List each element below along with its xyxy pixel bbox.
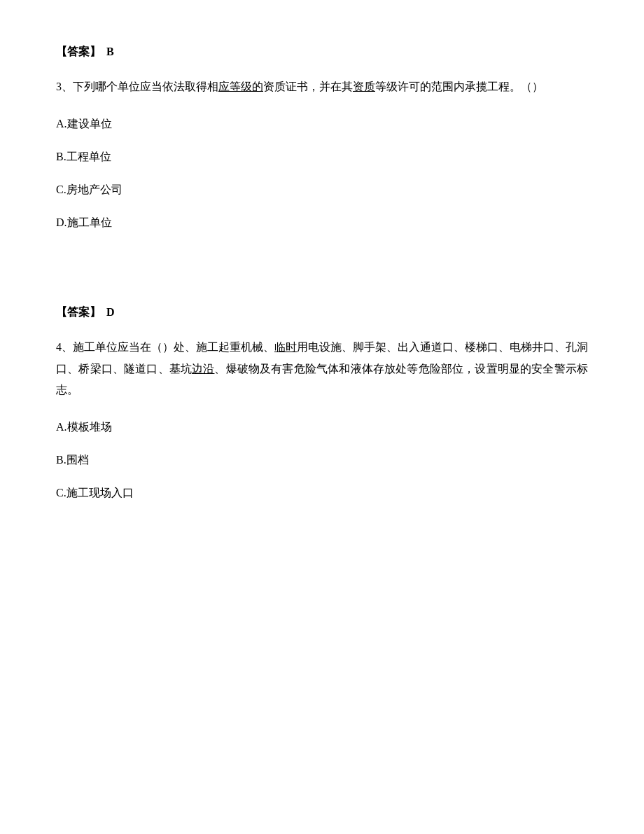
- option-b-2: B.围档: [56, 450, 588, 471]
- options-block-2: A.模板堆场 B.围档 C.施工现场入口: [56, 417, 588, 503]
- answer-block-2: 【答案】 D: [56, 303, 588, 323]
- answer-value-1: B: [106, 46, 114, 57]
- answer-block-1: 【答案】 B: [56, 42, 588, 62]
- section-1: 【答案】 B 3、下列哪个单位应当依法取得相应等级的资质证书，并在其资质等级许可…: [56, 42, 588, 232]
- underline-4: 边沿: [192, 363, 214, 375]
- option-c-1-label: C.房地产公司: [56, 183, 122, 195]
- option-d-1-label: D.施工单位: [56, 216, 112, 228]
- question-text-1: 3、下列哪个单位应当依法取得相应等级的资质证书，并在其资质等级许可的范围内承揽工…: [56, 76, 588, 97]
- spacer-1: [56, 260, 588, 303]
- underline-1: 应等级的: [218, 81, 263, 92]
- option-c-2-label: C.施工现场入口: [56, 487, 134, 499]
- question-block-2: 4、施工单位应当在（）处、施工起重机械、临时用电设施、脚手架、出入通道口、楼梯口…: [56, 337, 588, 401]
- option-a-2-label: A.模板堆场: [56, 421, 112, 433]
- option-a-1: A.建设单位: [56, 114, 588, 134]
- option-d-1: D.施工单位: [56, 213, 588, 233]
- underline-2: 资质: [353, 81, 375, 92]
- answer-label-1: 【答案】: [56, 46, 101, 57]
- options-block-1: A.建设单位 B.工程单位 C.房地产公司 D.施工单位: [56, 114, 588, 232]
- option-a-1-label: A.建设单位: [56, 118, 112, 130]
- answer-label-2: 【答案】: [56, 306, 101, 318]
- underline-3: 临时: [274, 341, 297, 353]
- question-block-1: 3、下列哪个单位应当依法取得相应等级的资质证书，并在其资质等级许可的范围内承揽工…: [56, 76, 588, 97]
- question-text-2: 4、施工单位应当在（）处、施工起重机械、临时用电设施、脚手架、出入通道口、楼梯口…: [56, 337, 588, 401]
- option-b-1: B.工程单位: [56, 147, 588, 167]
- option-b-2-label: B.围档: [56, 454, 89, 466]
- page-content: 【答案】 B 3、下列哪个单位应当依法取得相应等级的资质证书，并在其资质等级许可…: [0, 0, 644, 574]
- answer-value-2: D: [106, 306, 115, 318]
- option-a-2: A.模板堆场: [56, 417, 588, 438]
- option-c-2: C.施工现场入口: [56, 483, 588, 503]
- option-b-1-label: B.工程单位: [56, 151, 111, 162]
- option-c-1: C.房地产公司: [56, 180, 588, 200]
- section-2: 【答案】 D 4、施工单位应当在（）处、施工起重机械、临时用电设施、脚手架、出入…: [56, 303, 588, 503]
